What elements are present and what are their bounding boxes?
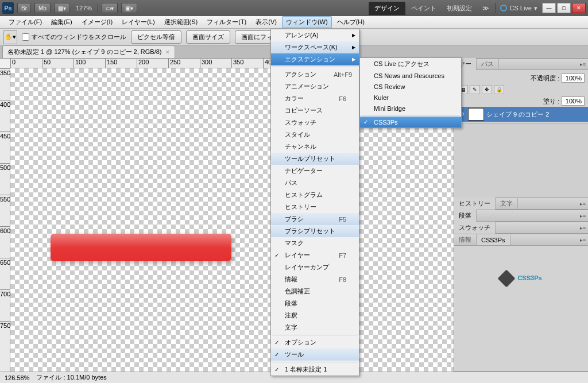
- screenmode-button[interactable]: ▣▾: [121, 3, 137, 13]
- menu-item[interactable]: スウォッチ: [271, 117, 359, 129]
- menu-item[interactable]: ヒストグラム: [271, 189, 359, 201]
- menu-item[interactable]: 情報F8: [271, 273, 359, 285]
- lock-paint-icon[interactable]: ✎: [470, 85, 480, 94]
- menu-item[interactable]: 段落: [271, 297, 359, 310]
- menu-bar: ファイル(F) 編集(E) イメージ(I) レイヤー(L) 選択範囲(S) フィ…: [0, 16, 588, 29]
- menu-item[interactable]: ✓ツール: [271, 349, 359, 361]
- swatches-tab[interactable]: スウォッチ: [454, 222, 496, 234]
- character-tab[interactable]: 文字: [496, 198, 518, 210]
- workspace-more[interactable]: ≫: [478, 2, 494, 14]
- separator: [98, 3, 98, 13]
- menu-item[interactable]: ナビゲーター: [271, 165, 359, 177]
- menu-file[interactable]: ファイル(F): [5, 16, 46, 28]
- menu-item[interactable]: エクステンション▶: [271, 53, 359, 65]
- maximize-button[interactable]: □: [557, 3, 571, 13]
- menu-filter[interactable]: フィルター(T): [203, 16, 250, 28]
- hand-tool-icon[interactable]: ✋▾: [3, 30, 17, 44]
- swatches-panel: スウォッチ▸≡: [454, 222, 588, 234]
- layer-thumb[interactable]: [468, 108, 484, 121]
- menu-item[interactable]: スタイル: [271, 129, 359, 141]
- menu-item[interactable]: パス: [271, 177, 359, 189]
- lock-all-icon[interactable]: 🔒: [494, 85, 504, 94]
- menu-item[interactable]: CS Review: [360, 81, 461, 92]
- opacity-value[interactable]: 100%: [562, 73, 585, 83]
- history-tab[interactable]: ヒストリー: [454, 198, 496, 210]
- menu-image[interactable]: イメージ(I): [78, 16, 117, 28]
- css3ps-body: CSS3Ps: [454, 246, 588, 307]
- info-tab[interactable]: 情報: [454, 234, 477, 246]
- menu-item[interactable]: 注釈: [271, 310, 359, 322]
- menu-edit[interactable]: 編集(E): [47, 16, 76, 28]
- close-button[interactable]: ✕: [572, 3, 586, 13]
- minimize-button[interactable]: ―: [542, 3, 556, 13]
- shape-layer[interactable]: [51, 234, 231, 261]
- menu-item[interactable]: ヒストリー: [271, 201, 359, 213]
- menu-item[interactable]: レイヤーカンプ: [271, 261, 359, 273]
- scroll-all-checkbox[interactable]: すべてのウィンドウをスクロール: [22, 33, 126, 41]
- panel-menu-icon[interactable]: ▸≡: [580, 61, 586, 67]
- view-button[interactable]: ▦▾: [54, 3, 70, 13]
- menu-item[interactable]: Kuler: [360, 92, 461, 103]
- menu-help[interactable]: ヘルプ(H): [333, 16, 369, 28]
- panel-menu-icon[interactable]: ▸≡: [580, 237, 586, 243]
- separator: [495, 3, 496, 13]
- menu-item[interactable]: ブラシF5: [271, 213, 359, 225]
- arrange-button[interactable]: ▭▾: [102, 3, 118, 13]
- menu-item[interactable]: アクションAlt+F9: [271, 68, 359, 80]
- paragraph-panel: 段落▸≡: [454, 210, 588, 222]
- zoom-display[interactable]: 127%: [74, 5, 94, 11]
- menu-item[interactable]: Mini Bridge: [360, 103, 461, 114]
- menu-layer[interactable]: レイヤー(L): [118, 16, 158, 28]
- workspace-tab-paint[interactable]: ペイント: [407, 2, 441, 15]
- close-tab-icon[interactable]: ✕: [165, 49, 170, 55]
- menu-item[interactable]: ツールプリセット: [271, 153, 359, 165]
- css3ps-logo-text: CSS3Ps: [517, 268, 541, 283]
- workspace-tab-design[interactable]: デザイン: [369, 2, 405, 15]
- vertical-ruler: 350400450500550600650700750: [0, 68, 10, 372]
- menu-item[interactable]: ✓レイヤーF7: [271, 249, 359, 261]
- layer-name[interactable]: シェイプ 9 のコピー 2: [486, 110, 549, 119]
- menu-item[interactable]: ✓1 名称未設定 1: [271, 363, 359, 376]
- lock-position-icon[interactable]: ✥: [482, 85, 492, 94]
- css3ps-tab[interactable]: CSS3Ps: [477, 235, 510, 245]
- menu-view[interactable]: 表示(V): [252, 16, 281, 28]
- menu-item[interactable]: CS Live にアクセス: [360, 58, 461, 70]
- status-doc[interactable]: ファイル : 10.1M/0 bytes: [36, 373, 106, 382]
- css3ps-logo-icon: [498, 270, 516, 288]
- menu-item[interactable]: CS News and Resources: [360, 70, 461, 81]
- menu-item[interactable]: ✓オプション: [271, 336, 359, 349]
- menu-item[interactable]: カラーF6: [271, 92, 359, 105]
- paths-tab[interactable]: パス: [477, 58, 499, 70]
- menu-window[interactable]: ウィンドウ(W): [282, 16, 332, 28]
- bridge-button[interactable]: Br: [17, 3, 31, 13]
- menu-item[interactable]: アニメーション: [271, 80, 359, 92]
- menu-item[interactable]: チャンネル: [271, 141, 359, 153]
- menu-item[interactable]: 色調補正: [271, 285, 359, 297]
- panel-menu-icon[interactable]: ▸≡: [580, 213, 586, 219]
- workspace-tab-default[interactable]: 初期設定: [442, 2, 477, 15]
- menu-item[interactable]: コピーソース: [271, 105, 359, 117]
- menu-item[interactable]: ブラシプリセット: [271, 225, 359, 237]
- css3ps-panel: 情報 CSS3Ps ▸≡ CSS3Ps: [454, 234, 588, 372]
- panel-menu-icon[interactable]: ▸≡: [580, 201, 586, 207]
- cslive-button[interactable]: CS Live▾: [497, 5, 541, 12]
- menu-item[interactable]: マスク: [271, 237, 359, 249]
- layer-row[interactable]: 👁 シェイプ 9 のコピー 2: [454, 107, 588, 122]
- menu-item[interactable]: 文字: [271, 322, 359, 334]
- menu-item[interactable]: アレンジ(A)▶: [271, 29, 359, 41]
- minibridge-button[interactable]: Mb: [34, 3, 51, 13]
- menu-item[interactable]: ワークスペース(K)▶: [271, 41, 359, 53]
- fill-value[interactable]: 100%: [562, 96, 585, 106]
- extensions-submenu: CS Live にアクセスCS News and ResourcesCS Rev…: [359, 57, 462, 128]
- status-zoom[interactable]: 126.58%: [5, 374, 29, 381]
- paragraph-tab[interactable]: 段落: [454, 210, 477, 222]
- title-bar: Ps Br Mb ▦▾ 127% ▭▾ ▣▾ デザイン ペイント 初期設定 ≫ …: [0, 0, 588, 16]
- actual-pixels-button[interactable]: ピクセル等倍: [131, 30, 181, 44]
- panel-menu-icon[interactable]: ▸≡: [580, 225, 586, 231]
- document-tab[interactable]: 名称未設定 1 @ 127% (シェイプ 9 のコピー 2, RGB/8) ✕: [2, 45, 175, 58]
- lock-icons: ▦ ✎ ✥ 🔒: [458, 85, 585, 94]
- fit-screen-button[interactable]: 画面サイズ: [186, 30, 230, 44]
- menu-select[interactable]: 選択範囲(S): [160, 16, 202, 28]
- panel-dock: ヤー パス ▸≡ 不透明度 :100% ▦ ✎ ✥ 🔒 塗り :100% 👁 シ…: [454, 59, 588, 372]
- menu-item[interactable]: ✓CSS3Ps: [360, 117, 461, 127]
